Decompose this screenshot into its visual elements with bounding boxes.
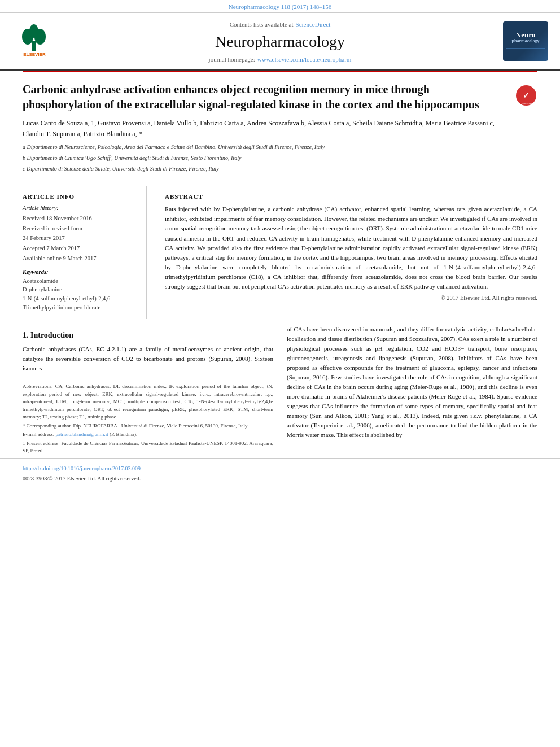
affiliation-a: a Dipartimento di Neuroscienze, Psicolog…: [23, 143, 506, 151]
revised-label: Received in revised form: [23, 225, 139, 233]
neuro-logo-box: Neuro pharmacology: [503, 21, 548, 61]
contents-line: Contents lists available at ScienceDirec…: [230, 19, 330, 29]
abstract-label: ABSTRACT: [165, 193, 537, 200]
abstract-col: ABSTRACT Rats injected with by D-phenyla…: [158, 186, 537, 318]
revised-date: 24 February 2017: [23, 234, 139, 243]
issn-text: 0028-3908/© 2017 Elsevier Ltd. All right…: [23, 475, 141, 482]
footnote-section: Abbreviations: CA, Carbonic anhydrases; …: [23, 378, 273, 455]
page: Neuropharmacology 118 (2017) 148–156 ELS…: [0, 0, 560, 747]
header-center: Contents lists available at ScienceDirec…: [65, 19, 495, 64]
elsevier-logo-area: ELSEVIER: [9, 19, 60, 64]
received-date: Received 18 November 2016: [23, 215, 139, 223]
footnote-1: 1 Present address: Faculdade de Ciências…: [23, 440, 273, 455]
keyword-2: D-phenylalanine: [23, 285, 139, 294]
affiliation-b: b Dipartimento di Chimica 'Ugo Schiff', …: [23, 154, 506, 162]
svg-text:CrossMark: CrossMark: [520, 102, 533, 105]
available-date: Available online 9 March 2017: [23, 255, 139, 263]
email-link[interactable]: patrizio.blandina@unifi.it: [55, 431, 108, 437]
intro-heading: 1. Introduction: [23, 329, 273, 342]
article-title-area: Carbonic anhydrase activation enhances o…: [0, 72, 560, 181]
keyword-1: Acetazolamide: [23, 277, 139, 286]
article-info-col: ARTICLE INFO Article history: Received 1…: [23, 186, 147, 318]
journal-citation: Neuropharmacology 118 (2017) 148–156: [229, 3, 332, 10]
authors-text: Lucas Canto de Souza a, 1, Gustavo Prove…: [23, 119, 495, 138]
homepage-link[interactable]: www.elsevier.com/locate/neuropharm: [257, 56, 352, 63]
crossmark-icon: ✓ CrossMark: [515, 84, 537, 107]
keyword-3: 1-N-(4-sulfamoylphenyl-ethyl)-2,4,6-: [23, 294, 139, 303]
svg-rect-0: [32, 41, 36, 51]
header-right: Neuro pharmacology: [500, 19, 551, 64]
right-para1: of CAs have been discovered in mammals, …: [287, 325, 537, 440]
neuro-logo-text1: Neuro: [516, 31, 535, 39]
journal-title-header: Neuropharmacology: [215, 33, 345, 51]
thin-divider-1: [23, 181, 537, 181]
keywords-label: Keywords:: [23, 269, 139, 275]
homepage-line: journal homepage: www.elsevier.com/locat…: [209, 54, 352, 64]
sciencedirect-link[interactable]: ScienceDirect: [296, 21, 331, 28]
main-col-left: 1. Introduction Carbonic anhydrases (CAs…: [23, 325, 273, 456]
corresponding-author: * Corresponding author. Dip. NEUROFARBA …: [23, 422, 273, 430]
elsevier-logo-icon: ELSEVIER: [12, 24, 57, 58]
affiliation-c: c Dipartimento di Scienze della Salute, …: [23, 164, 506, 173]
intro-para1: Carbonic anhydrases (CAs, EC 4.2.1.1) ar…: [23, 344, 273, 373]
article-title: Carbonic anhydrase activation enhances o…: [23, 82, 506, 112]
abstract-text: Rats injected with by D-phenylalanine, a…: [165, 204, 537, 291]
main-content: 1. Introduction Carbonic anhydrases (CAs…: [0, 319, 560, 456]
accepted-date: Accepted 7 March 2017: [23, 244, 139, 253]
svg-text:✓: ✓: [523, 91, 530, 100]
bottom-bar: http://dx.doi.org/10.1016/j.neuropharm.2…: [0, 458, 560, 486]
history-label: Article history:: [23, 204, 139, 213]
article-info-label: ARTICLE INFO: [23, 193, 139, 200]
article-title-block: Carbonic anhydrase activation enhances o…: [23, 82, 506, 175]
svg-text:ELSEVIER: ELSEVIER: [23, 52, 46, 57]
main-two-col: 1. Introduction Carbonic anhydrases (CAs…: [23, 325, 537, 456]
svg-point-3: [29, 24, 38, 38]
doi-link[interactable]: http://dx.doi.org/10.1016/j.neuropharm.2…: [23, 465, 141, 471]
header-area: ELSEVIER Contents lists available at Sci…: [0, 13, 560, 71]
abbreviations-text: Abbreviations: CA, Carbonic anhydrases; …: [23, 383, 273, 421]
main-col-right: of CAs have been discovered in mammals, …: [287, 325, 537, 456]
neuro-logo-text2: pharmacology: [512, 39, 540, 44]
article-info-abstract: ARTICLE INFO Article history: Received 1…: [0, 186, 560, 318]
journal-bar: Neuropharmacology 118 (2017) 148–156: [0, 0, 560, 13]
email-line: E-mail address: patrizio.blandina@unifi.…: [23, 431, 273, 439]
authors-line: Lucas Canto de Souza a, 1, Gustavo Prove…: [23, 118, 506, 139]
keyword-3b: Trimethylpyridinium perchlorate: [23, 303, 139, 312]
crossmark-area: ✓ CrossMark: [515, 82, 537, 109]
copyright-line: © 2017 Elsevier Ltd. All rights reserved…: [165, 295, 537, 301]
